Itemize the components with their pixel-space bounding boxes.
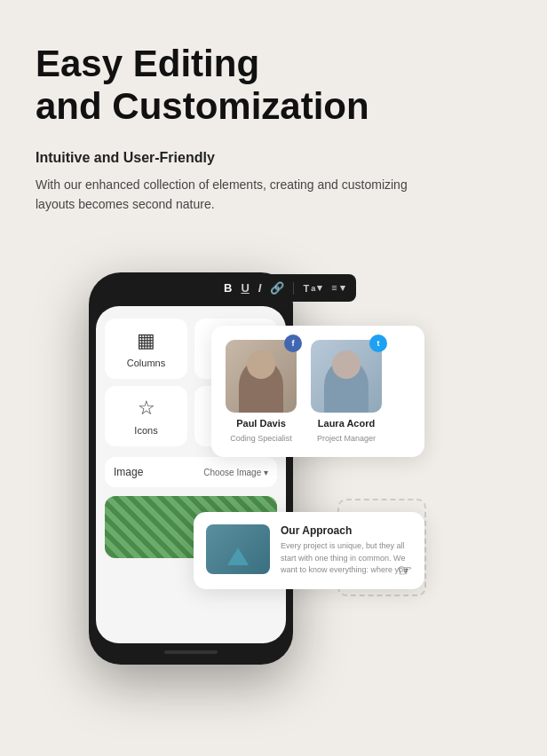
approach-text: Every project is unique, but they all st… bbox=[281, 540, 412, 577]
laura-name: Laura Acord bbox=[318, 418, 375, 429]
page-wrapper: Easy Editing and Customization Intuitive… bbox=[0, 0, 547, 700]
list-button[interactable]: ≡ ▾ bbox=[331, 282, 345, 294]
toolbar-divider bbox=[293, 282, 294, 295]
team-label: Team bbox=[224, 421, 248, 432]
phone-home-indicator bbox=[164, 650, 218, 654]
phone-mockup: ▦ Columns T Text Editor ☆ Icons 👤 Team bbox=[89, 272, 293, 665]
thumbnail-card bbox=[105, 496, 277, 558]
subtitle: Intuitive and User-Friendly bbox=[36, 150, 511, 166]
cursor-icon: ☞ bbox=[398, 561, 412, 580]
columns-icon: ▦ bbox=[137, 329, 155, 352]
text-editor-icon: T bbox=[230, 329, 242, 350]
approach-title: Our Approach bbox=[281, 524, 412, 537]
team-widget-card[interactable]: 👤 Team bbox=[194, 386, 277, 446]
laura-photo bbox=[311, 340, 382, 413]
text-style-button[interactable]: Ta ▾ bbox=[303, 282, 322, 294]
text-editor-widget-card[interactable]: T Text Editor bbox=[194, 319, 277, 379]
image-row[interactable]: Image Choose Image ▾ bbox=[105, 457, 277, 487]
choose-image-button[interactable]: Choose Image ▾ bbox=[203, 468, 268, 477]
image-row-label: Image bbox=[114, 466, 143, 478]
laura-twitter-badge: t bbox=[369, 335, 387, 352]
team-member-laura: t Laura Acord Project Manager bbox=[311, 340, 382, 443]
phone-screen: ▦ Columns T Text Editor ☆ Icons 👤 Team bbox=[96, 306, 286, 643]
laura-role: Project Manager bbox=[317, 434, 376, 443]
phone-notch bbox=[160, 283, 222, 301]
widget-grid: ▦ Columns T Text Editor ☆ Icons 👤 Team bbox=[105, 319, 277, 446]
thumbnail-image bbox=[105, 496, 277, 558]
phone-area: ▦ Columns T Text Editor ☆ Icons 👤 Team bbox=[36, 246, 511, 665]
description: With our enhanced collection of elements… bbox=[36, 175, 408, 215]
icons-label: Icons bbox=[134, 425, 157, 436]
approach-content: Our Approach Every project is unique, bu… bbox=[281, 524, 412, 577]
text-editor-label: Text Editor bbox=[213, 355, 259, 366]
team-icon: 👤 bbox=[226, 397, 246, 416]
columns-label: Columns bbox=[127, 358, 165, 368]
main-title: Easy Editing and Customization bbox=[36, 43, 511, 129]
dashed-placeholder bbox=[337, 499, 426, 596]
laura-photo-wrap: t bbox=[311, 340, 382, 413]
icons-widget-card[interactable]: ☆ Icons bbox=[105, 386, 187, 446]
columns-widget-card[interactable]: ▦ Columns bbox=[105, 319, 187, 379]
icons-icon: ☆ bbox=[138, 397, 155, 420]
